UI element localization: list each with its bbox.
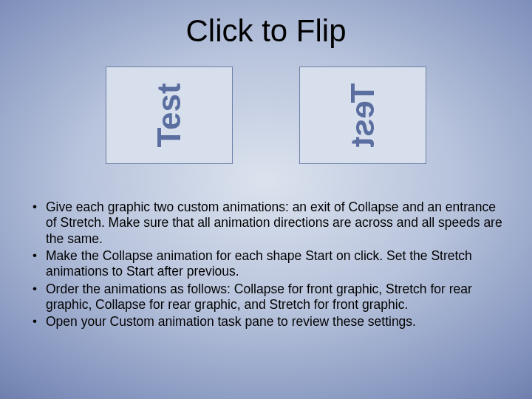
- graphic-front: Test: [106, 66, 233, 164]
- graphics-row: Test Test: [106, 66, 426, 164]
- slide: Click to Flip Test Test Give each graphi…: [0, 0, 532, 399]
- wordart-front: Test: [153, 83, 185, 147]
- bullet-item: Make the Collapse animation for each sha…: [30, 248, 502, 280]
- bullet-item: Order the animations as follows: Collaps…: [30, 282, 502, 313]
- bullet-item: Open your Custom animation task pane to …: [30, 314, 502, 330]
- bullet-item: Give each graphic two custom animations:…: [30, 200, 502, 247]
- slide-title: Click to Flip: [185, 13, 346, 49]
- bullet-list: Give each graphic two custom animations:…: [30, 200, 502, 332]
- wordart-rear: Test: [347, 83, 379, 147]
- graphic-rear: Test: [299, 66, 426, 164]
